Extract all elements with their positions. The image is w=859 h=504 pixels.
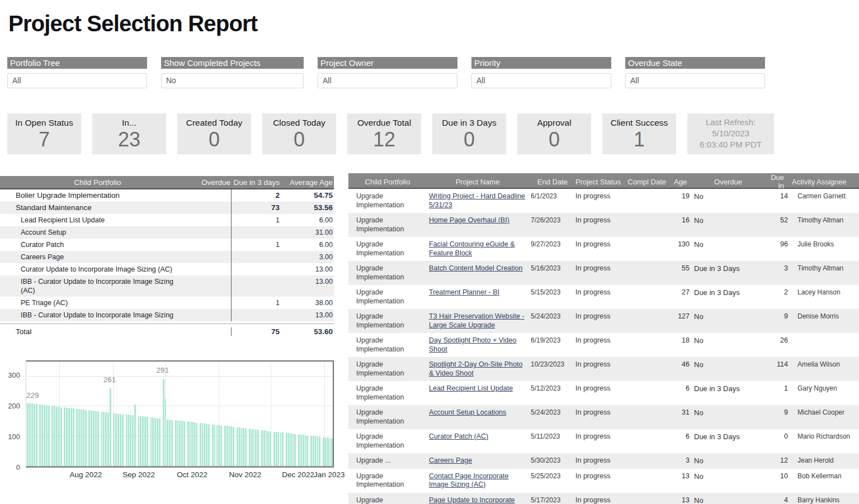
chart-bar[interactable]	[229, 426, 230, 466]
project-name-link[interactable]: Contact Page Incorporate Image Sizing (A…	[429, 472, 508, 489]
project-name-link[interactable]: Page Update to Incorporate Image Sizing	[429, 496, 515, 504]
chart-bar[interactable]	[83, 410, 84, 466]
chart-bar[interactable]	[56, 407, 58, 466]
portfolio-row[interactable]: IBB - Curator Update to Incorporate Imag…	[0, 275, 334, 297]
chart-bar[interactable]	[171, 420, 173, 466]
chart-bar[interactable]	[159, 419, 161, 466]
portfolio-row[interactable]: Standard Maintenance7353.56	[0, 202, 334, 214]
chart-bar[interactable]	[190, 422, 191, 466]
chart-bar[interactable]	[39, 405, 41, 466]
chart-bar[interactable]	[226, 426, 228, 466]
chart-bar[interactable]	[81, 410, 82, 467]
chart-bar[interactable]	[107, 412, 109, 466]
chart-bar[interactable]	[212, 425, 214, 466]
chart-bar[interactable]	[73, 408, 74, 466]
chart-bar[interactable]	[303, 435, 304, 466]
filter-value-dropdown[interactable]: All	[471, 73, 611, 88]
chart-bar[interactable]	[165, 399, 167, 466]
chart-bar[interactable]	[128, 415, 129, 466]
chart-bar[interactable]	[208, 424, 210, 466]
chart-bar[interactable]	[294, 434, 296, 466]
chart-bar[interactable]	[220, 426, 222, 466]
chart-bar[interactable]	[76, 409, 78, 466]
portfolio-row[interactable]: Careers Page3.00	[0, 251, 334, 263]
chart-bar[interactable]	[263, 430, 265, 466]
chart-bar[interactable]	[286, 433, 287, 466]
chart-bar[interactable]	[325, 438, 327, 466]
chart-bar[interactable]	[122, 415, 124, 466]
chart-bar[interactable]	[239, 427, 240, 466]
chart-bar[interactable]	[305, 435, 306, 466]
chart-bar[interactable]	[270, 431, 271, 466]
project-name-link[interactable]: Batch Content Model Creation	[429, 264, 522, 272]
chart-bar[interactable]	[152, 417, 154, 466]
chart-bar[interactable]	[88, 410, 90, 466]
portfolio-row[interactable]: Curator Update to Incorporate Image Sizi…	[0, 263, 334, 275]
project-name-link[interactable]: Curator Patch (AC)	[429, 432, 488, 440]
chart-bar[interactable]	[257, 430, 259, 466]
chart-bar[interactable]	[91, 411, 92, 466]
chart-bar[interactable]	[261, 430, 263, 466]
chart-bar[interactable]	[115, 413, 117, 466]
project-name-link[interactable]: T3 Hair Preservation Website - Large Sca…	[429, 312, 525, 329]
chart-bar[interactable]	[196, 423, 197, 466]
chart-bar[interactable]	[126, 415, 128, 466]
chart-bar[interactable]	[95, 411, 97, 466]
chart-bar[interactable]	[218, 425, 220, 466]
chart-bar[interactable]	[29, 403, 31, 466]
chart-bar[interactable]	[191, 422, 193, 466]
chart-bar[interactable]	[214, 425, 216, 466]
chart-bar[interactable]	[93, 411, 95, 466]
chart-bar[interactable]	[323, 438, 324, 466]
chart-bar[interactable]	[120, 414, 121, 466]
filter-value-dropdown[interactable]: No	[161, 73, 304, 88]
project-name-link[interactable]: Writing Project - Hard Deadline 5/31/23	[429, 192, 525, 209]
filter-value-dropdown[interactable]: All	[318, 73, 457, 88]
project-name-link[interactable]: Day Spotlight Photo + Video Shoot	[429, 336, 516, 353]
chart-bar[interactable]	[41, 405, 43, 466]
chart-bar[interactable]	[331, 438, 333, 466]
portfolio-row[interactable]: Curator Patch16.00	[0, 239, 334, 251]
chart-bar[interactable]	[142, 416, 144, 466]
project-name-link[interactable]: Facial Contouring eGuide & Feature Block	[429, 240, 515, 257]
project-name-link[interactable]: Careers Page	[429, 457, 472, 464]
chart-bar[interactable]	[60, 407, 62, 466]
chart-bar[interactable]	[117, 414, 119, 467]
chart-bar[interactable]	[132, 415, 134, 466]
project-name-link[interactable]: Lead Recipient List Update	[429, 384, 513, 392]
portfolio-row[interactable]: Bolier Upgrade Implementation254.75	[0, 189, 334, 202]
chart-bar[interactable]	[243, 428, 244, 466]
filter-value-dropdown[interactable]: All	[7, 73, 147, 88]
chart-bar[interactable]	[70, 408, 72, 466]
chart-bar[interactable]	[85, 410, 87, 466]
portfolio-row[interactable]: IBB - Curator Update to Incorporate Imag…	[0, 309, 334, 321]
chart-bar[interactable]	[179, 421, 181, 466]
chart-bar[interactable]	[31, 403, 33, 466]
chart-bar[interactable]	[266, 431, 267, 466]
project-name-link[interactable]: Account Setup Locations	[429, 408, 506, 416]
chart-bar[interactable]	[206, 424, 207, 466]
chart-bar[interactable]	[54, 406, 55, 466]
chart-bar[interactable]	[105, 412, 107, 466]
chart-bar[interactable]	[216, 425, 218, 466]
chart-bar[interactable]	[200, 423, 201, 466]
chart-bar[interactable]	[144, 417, 146, 466]
chart-bar[interactable]	[167, 420, 168, 466]
chart-bar[interactable]	[273, 432, 275, 466]
portfolio-row[interactable]: Lead Recipient List Update16.00	[0, 214, 334, 226]
chart-bar[interactable]	[276, 432, 277, 466]
chart-bar[interactable]	[177, 420, 179, 466]
chart-bar[interactable]	[34, 404, 35, 466]
chart-bar[interactable]	[64, 407, 65, 466]
chart-bar[interactable]	[103, 412, 105, 466]
chart-bar[interactable]	[249, 429, 251, 466]
chart-bar[interactable]	[130, 415, 131, 466]
chart-bar[interactable]	[154, 418, 156, 466]
chart-bar[interactable]	[237, 427, 238, 466]
chart-bar[interactable]	[51, 406, 53, 466]
chart-bar[interactable]	[327, 438, 329, 466]
chart-bar[interactable]	[36, 404, 37, 466]
chart-bar[interactable]	[280, 432, 282, 466]
chart-bar[interactable]	[147, 417, 148, 466]
chart-bar[interactable]	[150, 417, 152, 466]
